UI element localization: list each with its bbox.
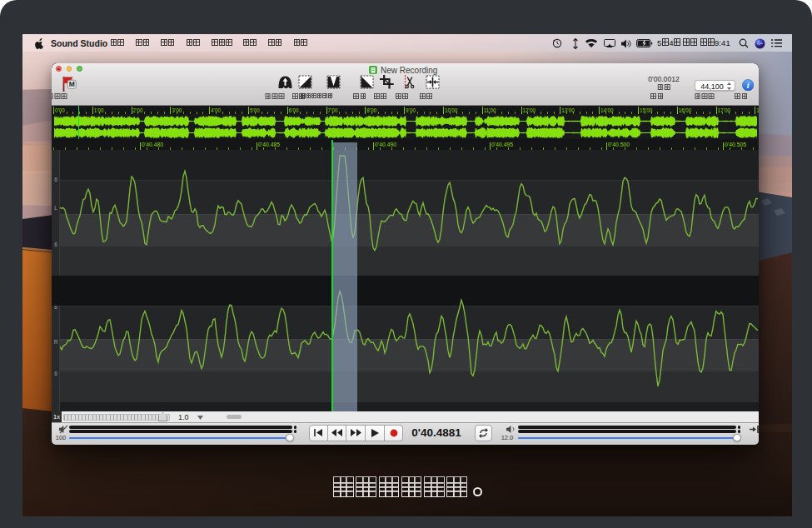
svg-text:i: i [746,80,749,89]
svg-text:M: M [69,80,75,88]
